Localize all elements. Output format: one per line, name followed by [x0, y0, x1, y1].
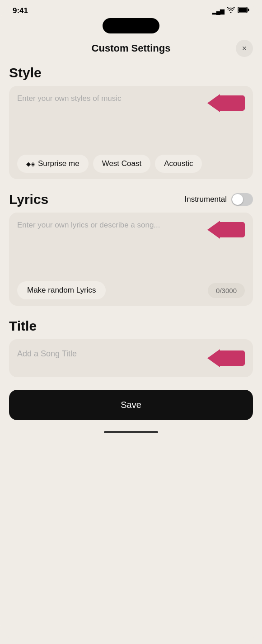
wifi-icon	[227, 7, 235, 15]
instrumental-toggle-group: Instrumental	[184, 193, 253, 206]
title-section: Title	[9, 318, 253, 377]
svg-rect-1	[248, 9, 249, 11]
west-coast-chip[interactable]: West Coast	[93, 155, 151, 173]
style-arrow-annotation	[207, 94, 245, 112]
close-button[interactable]: ×	[236, 40, 253, 57]
lyrics-input[interactable]	[17, 221, 203, 275]
arrow-body-lyrics	[220, 222, 245, 237]
title-arrow-annotation	[207, 349, 245, 367]
dynamic-island	[103, 18, 159, 33]
page-header: Custom Settings ×	[9, 43, 253, 54]
arrow-head-icon-lyrics	[207, 221, 220, 239]
home-bar	[104, 431, 158, 433]
page-title: Custom Settings	[92, 43, 171, 54]
title-input-row	[17, 349, 245, 367]
close-icon: ×	[242, 44, 247, 53]
arrow-head-icon	[207, 94, 220, 112]
lyrics-section-label: Lyrics	[9, 192, 48, 207]
lyrics-header: Lyrics Instrumental	[9, 192, 253, 207]
style-section: Style ◆◈ Surprise me West C	[9, 65, 253, 179]
main-content: Custom Settings × Style ◆◈	[0, 38, 262, 644]
acoustic-label: Acoustic	[164, 159, 193, 168]
surprise-me-chip[interactable]: ◆◈ Surprise me	[17, 155, 89, 173]
lyrics-section: Lyrics Instrumental Make ra	[9, 192, 253, 306]
style-chips: ◆◈ Surprise me West Coast Acoustic	[17, 155, 245, 173]
acoustic-chip[interactable]: Acoustic	[155, 155, 202, 173]
status-bar: 9:41 ▂▄▆	[0, 0, 262, 18]
style-section-label: Style	[9, 65, 253, 80]
arrow-head-icon-title	[207, 349, 220, 367]
title-section-label: Title	[9, 318, 253, 334]
status-time: 9:41	[13, 6, 28, 15]
status-icons: ▂▄▆	[212, 7, 249, 15]
instrumental-label: Instrumental	[184, 195, 227, 204]
svg-rect-2	[239, 8, 247, 12]
surprise-me-label: Surprise me	[38, 159, 80, 168]
home-indicator	[9, 431, 253, 440]
arrow-body	[220, 95, 245, 111]
char-count-badge: 0/3000	[208, 283, 245, 298]
west-coast-label: West Coast	[102, 159, 142, 168]
save-button[interactable]: Save	[9, 390, 253, 420]
lyrics-input-row	[17, 221, 245, 275]
instrumental-toggle[interactable]	[231, 193, 253, 206]
style-card: ◆◈ Surprise me West Coast Acoustic	[9, 86, 253, 179]
style-input-row	[17, 94, 245, 148]
title-input-field[interactable]	[17, 349, 203, 359]
surprise-icon: ◆◈	[26, 161, 35, 167]
phone-frame: 9:41 ▂▄▆	[0, 0, 262, 644]
battery-icon	[238, 7, 249, 15]
signal-icon: ▂▄▆	[212, 8, 224, 14]
arrow-body-title	[220, 350, 245, 366]
make-random-lyrics-button[interactable]: Make random Lyrics	[17, 281, 106, 299]
style-input[interactable]	[17, 94, 203, 148]
title-input-card	[9, 339, 253, 377]
lyrics-arrow-annotation	[207, 221, 245, 239]
lyrics-footer: Make random Lyrics 0/3000	[17, 281, 245, 299]
lyrics-card: Make random Lyrics 0/3000	[9, 213, 253, 306]
